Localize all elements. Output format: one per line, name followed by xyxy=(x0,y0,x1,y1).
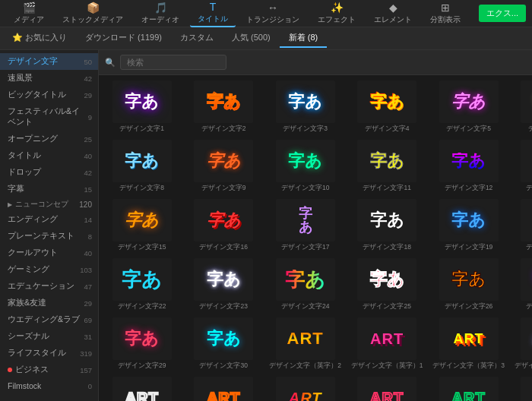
sidebar-item-caption[interactable]: 字幕 15 xyxy=(0,181,98,197)
list-item[interactable]: 字あ デザイン文字10 xyxy=(265,137,345,195)
sidebar-item-education[interactable]: エデュケーション 47 xyxy=(0,278,98,295)
sidebar-item-wedding[interactable]: ウエディング&ラブ 69 xyxy=(0,311,98,328)
list-item[interactable]: 字あ デザイン文字5 xyxy=(429,78,508,136)
item-label: デザイン文字6 xyxy=(512,125,532,134)
item-label: デザイン文字12 xyxy=(431,184,506,193)
item-preview: 字あ xyxy=(112,199,172,242)
list-item[interactable]: 字あ デザイン文字23 xyxy=(183,256,263,314)
list-item[interactable]: 字あ デザイン文字17 xyxy=(265,197,345,254)
export-button[interactable]: エクス... xyxy=(479,5,526,22)
sidebar-item-title[interactable]: タイトル 40 xyxy=(0,147,98,164)
element-icon: ◆ xyxy=(389,2,397,14)
list-item[interactable]: 字あ デザイン文字11 xyxy=(347,137,426,195)
nav-effect[interactable]: ✨ エフェクト xyxy=(310,0,363,27)
list-item[interactable]: ART ↓ デザイン文字（英字）10 xyxy=(429,374,508,401)
nav-title[interactable]: T タイトル xyxy=(190,0,236,27)
list-item[interactable]: ART ↓ デザイン文字（英字）6 xyxy=(102,374,182,401)
list-item[interactable]: 字あ デザイン文字30 xyxy=(183,315,263,373)
nav-element-label: エレメント xyxy=(374,14,412,25)
list-item[interactable]: 字あ デザイン文字16 xyxy=(183,197,263,254)
list-item[interactable]: 字あ デザイン文字12 xyxy=(429,137,508,195)
list-item[interactable]: ART ↓ デザイン文字（英字）7 xyxy=(183,374,263,401)
list-item[interactable]: 字あ デザイン文字15 xyxy=(102,197,182,254)
tab-new-label: 新着 (8) xyxy=(289,33,318,42)
item-preview: 字あ xyxy=(194,199,253,242)
tab-bar: ⭐ お気に入り ダウンロード (1199) カスタム 人気 (500) 新着 (… xyxy=(0,27,532,50)
list-item[interactable]: 字あ デザイン文字25 xyxy=(347,256,426,314)
sidebar-item-speed-landscape[interactable]: 速風景 42 xyxy=(0,70,98,87)
nav-media[interactable]: 🎬 メディア xyxy=(6,0,52,27)
sidebar-item-opening[interactable]: オープニング 25 xyxy=(0,131,98,147)
sidebar-item-seasonal[interactable]: シーズナル 31 xyxy=(0,328,98,345)
list-item[interactable]: 字あ デザイン文字27 xyxy=(510,256,532,314)
search-input[interactable] xyxy=(120,55,226,70)
list-item[interactable]: 字あ デザイン文字1 xyxy=(102,78,182,136)
sidebar-item-drop[interactable]: ドロップ 42 xyxy=(0,164,98,181)
list-item[interactable]: 字あ デザイン文字26 xyxy=(429,256,508,314)
tab-download-label: ダウンロード (1199) xyxy=(85,33,162,42)
sidebar-item-business[interactable]: ビジネス 157 xyxy=(0,362,98,378)
list-item[interactable]: 字あ デザイン文字4 xyxy=(347,78,426,136)
transition-icon: ↔ xyxy=(268,2,278,14)
sidebar-item-festival[interactable]: フェスティバル&イベント 9 xyxy=(0,103,98,131)
sidebar-item-ending[interactable]: エンディング 14 xyxy=(0,211,98,228)
item-label: デザイン文字26 xyxy=(431,302,506,311)
list-item[interactable]: 字あ デザイン文字29 xyxy=(102,315,182,373)
nav-splitview[interactable]: ⊞ 分割表示 xyxy=(423,0,468,27)
item-label: デザイン文字5 xyxy=(431,125,506,134)
list-item[interactable]: 字あ デザイン文字2 xyxy=(183,78,263,136)
nav-transition[interactable]: ↔ トランジション xyxy=(239,0,307,27)
content-area: 🔍 字あ デザイン文字1 字あ デザイン文字2 字あ デザイ xyxy=(99,50,532,401)
sidebar-item-big-title[interactable]: ビッグタイトル 29 xyxy=(0,87,98,103)
sidebar-item-filmstock[interactable]: Filmstock 0 xyxy=(0,378,98,393)
sidebar-item-gaming[interactable]: ゲーミング 103 xyxy=(0,261,98,278)
media-icon: 🎬 xyxy=(23,2,36,14)
list-item[interactable]: 字あ デザイン文字20 xyxy=(510,197,532,254)
sidebar-item-lifestyle[interactable]: ライフスタイル 319 xyxy=(0,345,98,362)
list-item[interactable]: 字あ デザイン文字22 xyxy=(102,256,182,314)
tab-popular[interactable]: 人気 (500) xyxy=(223,29,280,48)
list-item[interactable]: 字あ デザイン文字8 xyxy=(102,137,182,195)
item-label: デザイン文字20 xyxy=(512,243,532,252)
tab-favorites[interactable]: ⭐ お気に入り xyxy=(3,29,76,48)
item-label: デザイン文字15 xyxy=(104,243,179,252)
item-preview: 字あ xyxy=(357,140,416,182)
list-item[interactable]: ART ↓ デザイン文字（英字）9 xyxy=(347,374,426,401)
sidebar-item-cool-out[interactable]: クールアウト 40 xyxy=(0,245,98,261)
item-preview: 字あ xyxy=(276,81,335,123)
nav-stock[interactable]: 📦 ストックメディア xyxy=(55,0,131,27)
item-preview: 字あ xyxy=(357,258,416,301)
item-label: デザイン文字18 xyxy=(349,243,424,252)
list-item[interactable]: 字あ デザイン文字9 xyxy=(183,137,263,195)
list-item[interactable]: ART デザイン文字（英字）4 xyxy=(510,315,532,373)
list-item[interactable]: 字あ デザイン文字19 xyxy=(429,197,508,254)
list-item[interactable]: ART デザイン文字（英字）3 xyxy=(429,315,508,373)
sidebar-section-new-concept[interactable]: ▶ ニューコンセプ 120 xyxy=(0,197,98,211)
stock-icon: 📦 xyxy=(87,2,100,14)
list-item[interactable]: ART デザイン文字（英字）1 xyxy=(347,315,426,373)
item-label: デザイン文字3 xyxy=(268,125,343,134)
tab-custom[interactable]: カスタム xyxy=(171,29,223,48)
tab-new[interactable]: 新着 (8) xyxy=(280,29,328,48)
nav-audio-label: オーディオ xyxy=(141,14,179,25)
sidebar-item-design-text[interactable]: デザイン文字 50 xyxy=(0,53,98,70)
item-preview: 字あ xyxy=(112,140,172,182)
list-item[interactable]: 字あ デザイン文字13 xyxy=(510,137,532,195)
list-item[interactable]: ART ↓ デザイン文字（英字）11 xyxy=(510,374,532,401)
tab-download[interactable]: ダウンロード (1199) xyxy=(76,29,171,48)
sidebar-item-plain-text[interactable]: プレーンテキスト 8 xyxy=(0,228,98,245)
item-label: デザイン文字1 xyxy=(104,125,179,134)
list-item[interactable]: 字あ デザイン文字18 xyxy=(347,197,426,254)
nav-audio[interactable]: 🎵 オーディオ xyxy=(134,0,187,27)
list-item[interactable]: ART デザイン文字（英字）2 xyxy=(265,315,345,373)
list-item[interactable]: 字あ デザイン文字6 xyxy=(510,78,532,136)
item-preview: 字あ xyxy=(194,258,253,301)
item-preview: 字あ xyxy=(112,81,172,123)
list-item[interactable]: ART ↓ デザイン文字（英字）8 xyxy=(265,374,345,401)
nav-element[interactable]: ◆ エレメント xyxy=(366,0,420,27)
item-label: デザイン文字2 xyxy=(185,125,261,134)
list-item[interactable]: 字あ デザイン文字3 xyxy=(265,78,345,136)
item-label: デザイン文字27 xyxy=(512,302,532,311)
sidebar-item-family[interactable]: 家族&友達 29 xyxy=(0,295,98,311)
list-item[interactable]: 字あ デザイン文字24 xyxy=(265,256,345,314)
